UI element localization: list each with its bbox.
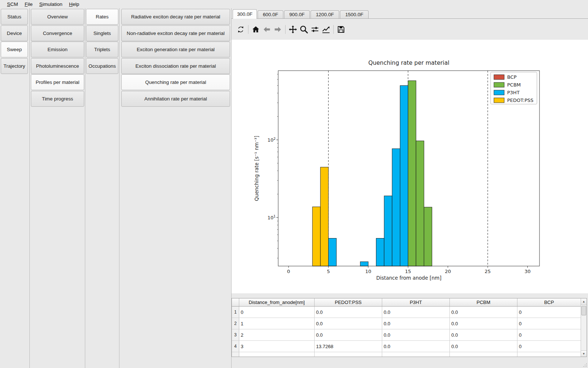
legend-swatch [494, 98, 504, 103]
table-cell[interactable]: 2 [239, 329, 315, 340]
y-tick-label: 102 [268, 137, 276, 143]
x-axis-label: Distance from anode [nm] [376, 275, 442, 281]
menu-simulation[interactable]: Simulation [36, 1, 66, 8]
forward-arrow-icon[interactable] [272, 24, 283, 35]
plot-toolbar [235, 23, 347, 36]
configure-subplots-icon[interactable] [309, 24, 320, 35]
table-row-partial: 5 4 44.4673 0.0 0.0 0 [232, 352, 587, 357]
table-cell[interactable]: 0.0 [382, 329, 450, 340]
table-cell[interactable]: 0.0 [450, 352, 517, 357]
resize-grip-icon[interactable] [582, 362, 587, 367]
table-cell[interactable]: 4 [239, 352, 315, 357]
bar [384, 196, 392, 266]
legend-label: P3HT [507, 90, 520, 95]
menu-scm[interactable]: SCM [4, 1, 21, 8]
table-cell[interactable]: 0 [517, 318, 581, 329]
column-header-pcbm[interactable]: PCBM [450, 298, 517, 306]
sidebar-item-status[interactable]: Status [1, 9, 28, 25]
menu-help[interactable]: Help [66, 1, 83, 8]
sidebar-item-radiative-exciton-decay-rate[interactable]: Radiative exciton decay rate per materia… [121, 9, 230, 25]
table-cell[interactable]: 0.0 [450, 318, 517, 329]
sidebar-item-occupations[interactable]: Occupations [86, 58, 118, 74]
tab-1200f[interactable]: 1200.0F [311, 10, 339, 18]
sidebar-item-singlets[interactable]: Singlets [86, 25, 118, 41]
table-cell[interactable]: 1 [239, 318, 315, 329]
customize-plot-icon[interactable] [320, 24, 331, 35]
table-cell[interactable]: 0 [517, 307, 581, 318]
sidebar-item-trajectory[interactable]: Trajectory [1, 58, 28, 74]
vertical-scrollbar[interactable]: ▲ ▼ [581, 298, 587, 357]
sidebar-item-rates[interactable]: Rates [86, 9, 118, 25]
divider [29, 8, 30, 368]
x-tick-label: 20 [445, 269, 451, 274]
save-icon[interactable] [336, 24, 347, 35]
table-cell[interactable]: 0.0 [450, 307, 517, 318]
sidebar-item-overview[interactable]: Overview [31, 9, 84, 25]
plot-canvas[interactable]: 051015202530101102Quenching rate per mat… [232, 40, 588, 293]
table-cell[interactable]: 0.0 [315, 307, 382, 318]
legend-label: BCP [507, 74, 517, 80]
column-header-distance[interactable]: Distance_from_anode[nm] [239, 298, 315, 306]
table-cell[interactable]: 3 [239, 341, 315, 352]
sidebar-item-non-radiative-exciton-decay-rate[interactable]: Non-radiative exciton decay rate per mat… [121, 25, 230, 41]
tab-300f[interactable]: 300.0F [233, 9, 257, 19]
table-cell[interactable]: 0.0 [450, 341, 517, 352]
row-number: 2 [232, 318, 239, 329]
sidebar-item-annihilation-rate[interactable]: Annihilation rate per material [121, 91, 230, 107]
table-cell[interactable]: 0.0 [382, 318, 450, 329]
row-number: 5 [232, 352, 239, 357]
table-cell[interactable]: 44.4673 [315, 352, 382, 357]
toolbar-separator [248, 25, 248, 34]
toolbar-separator [333, 25, 334, 34]
sidebar-item-photoluminescence[interactable]: Photoluminescence [31, 58, 84, 74]
up-arrow-icon[interactable]: ▲ [581, 298, 587, 305]
down-arrow-icon[interactable]: ▼ [581, 350, 587, 357]
table-cell[interactable]: 0 [517, 341, 581, 352]
divider [85, 8, 85, 368]
sidebar-item-time-progress[interactable]: Time progress [31, 91, 84, 107]
bar [376, 238, 384, 266]
sidebar-item-sweep[interactable]: Sweep [1, 42, 28, 57]
sidebar-item-exciton-generation-rate[interactable]: Exciton generation rate per material [121, 42, 230, 57]
table-cell[interactable]: 0.0 [382, 352, 450, 357]
table-cell[interactable]: 0.0 [382, 341, 450, 352]
column-header-bcp[interactable]: BCP [517, 298, 581, 306]
menubar: SCM File Simulation Help [0, 0, 588, 8]
table-row: 4 3 13.7268 0.0 0.0 0 [232, 341, 587, 352]
sidebar-item-emission[interactable]: Emission [31, 42, 84, 57]
column-header-p3ht[interactable]: P3HT [382, 298, 450, 306]
table-cell[interactable]: 0.0 [382, 307, 450, 318]
sidebar-item-triplets[interactable]: Triplets [86, 42, 118, 57]
home-icon[interactable] [250, 24, 261, 35]
sidebar-item-device[interactable]: Device [1, 25, 28, 41]
tab-900f[interactable]: 900.0F [284, 10, 310, 18]
bar [424, 207, 432, 266]
tab-1500f[interactable]: 1500.0F [340, 10, 369, 18]
sidebar-item-exciton-dissociation-rate[interactable]: Exciton dissociation rate per material [121, 58, 230, 74]
row-number: 1 [232, 307, 239, 318]
column-header-pedotpss[interactable]: PEDOT:PSS [315, 298, 382, 306]
table-cell[interactable]: 0 [239, 307, 315, 318]
table-cell[interactable]: 0.0 [315, 318, 382, 329]
sidebar-item-convergence[interactable]: Convergence [31, 25, 84, 41]
chart-title: Quenching rate per material [368, 60, 449, 66]
bar [400, 86, 408, 266]
y-axis-label: Quenching rate [s⁻¹ nm⁻³] [254, 136, 259, 201]
table-cell[interactable]: 13.7268 [315, 341, 382, 352]
table-cell[interactable]: 0.0 [315, 329, 382, 340]
table-cell[interactable]: 0.0 [450, 329, 517, 340]
back-arrow-icon[interactable] [261, 24, 272, 35]
menu-file[interactable]: File [21, 1, 36, 8]
refresh-icon[interactable] [235, 24, 246, 35]
toolbar-separator [285, 25, 286, 34]
sidebar-item-quenching-rate[interactable]: Quenching rate per material [121, 74, 230, 90]
table-cell[interactable]: 0 [517, 352, 581, 357]
x-tick-label: 0 [287, 269, 290, 274]
sidebar-item-profiles-per-material[interactable]: Profiles per material [31, 74, 84, 90]
row-number: 4 [232, 341, 239, 352]
table-cell[interactable]: 0 [517, 329, 581, 340]
tab-600f[interactable]: 600.0F [258, 10, 283, 18]
zoom-to-rect-icon[interactable] [298, 24, 309, 35]
pan-icon[interactable] [287, 24, 298, 35]
scrollbar-thumb[interactable] [581, 306, 586, 315]
